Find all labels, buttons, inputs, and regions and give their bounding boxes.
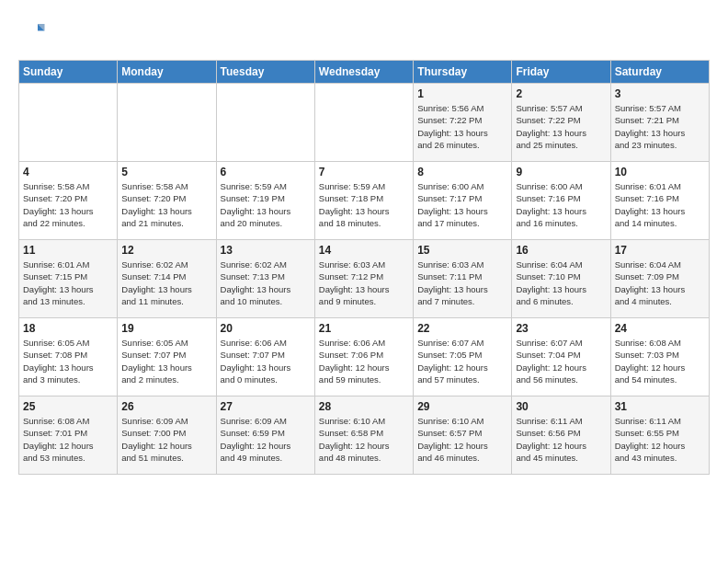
day-info: Sunrise: 6:01 AM Sunset: 7:15 PM Dayligh…	[23, 259, 113, 307]
day-number: 25	[23, 400, 113, 413]
header-wednesday: Wednesday	[314, 61, 413, 84]
logo-icon	[18, 18, 46, 46]
day-number: 27	[221, 400, 311, 413]
day-info: Sunrise: 6:08 AM Sunset: 7:01 PM Dayligh…	[23, 415, 113, 464]
calendar-cell: 10Sunrise: 6:01 AM Sunset: 7:16 PM Dayli…	[610, 162, 709, 240]
day-number: 7	[319, 166, 409, 178]
day-number: 12	[121, 244, 211, 257]
calendar-cell	[314, 84, 413, 162]
header-monday: Monday	[118, 61, 216, 84]
calendar-cell: 27Sunrise: 6:09 AM Sunset: 6:59 PM Dayli…	[216, 396, 314, 475]
day-number: 18	[23, 322, 113, 335]
header-thursday: Thursday	[414, 61, 512, 84]
calendar-cell: 12Sunrise: 6:02 AM Sunset: 7:14 PM Dayli…	[118, 240, 216, 318]
day-info: Sunrise: 6:11 AM Sunset: 6:56 PM Dayligh…	[516, 415, 606, 464]
calendar-cell: 11Sunrise: 6:01 AM Sunset: 7:15 PM Dayli…	[19, 240, 118, 318]
calendar-cell: 25Sunrise: 6:08 AM Sunset: 7:01 PM Dayli…	[19, 396, 118, 475]
calendar-cell: 24Sunrise: 6:08 AM Sunset: 7:03 PM Dayli…	[610, 318, 709, 396]
day-info: Sunrise: 6:09 AM Sunset: 7:00 PM Dayligh…	[121, 415, 211, 464]
day-number: 1	[417, 87, 507, 100]
week-row-2: 11Sunrise: 6:01 AM Sunset: 7:15 PM Dayli…	[19, 240, 710, 318]
day-info: Sunrise: 6:03 AM Sunset: 7:12 PM Dayligh…	[319, 259, 409, 307]
day-info: Sunrise: 5:58 AM Sunset: 7:20 PM Dayligh…	[121, 180, 211, 229]
day-info: Sunrise: 6:10 AM Sunset: 6:58 PM Dayligh…	[319, 415, 409, 464]
day-info: Sunrise: 6:08 AM Sunset: 7:03 PM Dayligh…	[615, 337, 705, 385]
calendar-cell: 9Sunrise: 6:00 AM Sunset: 7:16 PM Daylig…	[512, 162, 610, 240]
calendar-cell	[19, 84, 118, 162]
day-info: Sunrise: 6:00 AM Sunset: 7:16 PM Dayligh…	[516, 180, 606, 229]
day-info: Sunrise: 6:05 AM Sunset: 7:07 PM Dayligh…	[121, 337, 211, 385]
calendar-cell: 19Sunrise: 6:05 AM Sunset: 7:07 PM Dayli…	[118, 318, 216, 396]
day-info: Sunrise: 6:00 AM Sunset: 7:17 PM Dayligh…	[417, 180, 507, 229]
day-info: Sunrise: 5:57 AM Sunset: 7:22 PM Dayligh…	[516, 102, 606, 151]
day-info: Sunrise: 6:07 AM Sunset: 7:04 PM Dayligh…	[516, 337, 606, 385]
calendar-cell: 6Sunrise: 5:59 AM Sunset: 7:19 PM Daylig…	[216, 162, 314, 240]
calendar-cell: 18Sunrise: 6:05 AM Sunset: 7:08 PM Dayli…	[19, 318, 118, 396]
day-number: 22	[417, 322, 507, 335]
header-tuesday: Tuesday	[216, 61, 314, 84]
calendar-cell: 15Sunrise: 6:03 AM Sunset: 7:11 PM Dayli…	[414, 240, 512, 318]
day-number: 3	[615, 87, 705, 100]
day-number: 31	[615, 400, 705, 413]
calendar-header-row: SundayMondayTuesdayWednesdayThursdayFrid…	[19, 61, 710, 84]
day-number: 17	[615, 244, 705, 257]
calendar-cell: 23Sunrise: 6:07 AM Sunset: 7:04 PM Dayli…	[512, 318, 610, 396]
day-number: 14	[319, 244, 409, 257]
calendar-cell: 28Sunrise: 6:10 AM Sunset: 6:58 PM Dayli…	[314, 396, 413, 475]
day-number: 29	[417, 400, 507, 413]
calendar-cell: 26Sunrise: 6:09 AM Sunset: 7:00 PM Dayli…	[118, 396, 216, 475]
calendar-cell: 2Sunrise: 5:57 AM Sunset: 7:22 PM Daylig…	[512, 84, 610, 162]
day-info: Sunrise: 6:06 AM Sunset: 7:07 PM Dayligh…	[221, 337, 311, 385]
header-saturday: Saturday	[610, 61, 709, 84]
header-friday: Friday	[512, 61, 610, 84]
calendar-cell: 17Sunrise: 6:04 AM Sunset: 7:09 PM Dayli…	[610, 240, 709, 318]
week-row-0: 1Sunrise: 5:56 AM Sunset: 7:22 PM Daylig…	[19, 84, 710, 162]
day-number: 11	[23, 244, 113, 257]
day-number: 21	[319, 322, 409, 335]
day-number: 13	[221, 244, 311, 257]
calendar-cell: 13Sunrise: 6:02 AM Sunset: 7:13 PM Dayli…	[216, 240, 314, 318]
header	[18, 18, 710, 46]
day-number: 19	[121, 322, 211, 335]
page: SundayMondayTuesdayWednesdayThursdayFrid…	[0, 0, 728, 484]
day-info: Sunrise: 6:02 AM Sunset: 7:13 PM Dayligh…	[221, 259, 311, 307]
calendar-cell: 30Sunrise: 6:11 AM Sunset: 6:56 PM Dayli…	[512, 396, 610, 475]
week-row-1: 4Sunrise: 5:58 AM Sunset: 7:20 PM Daylig…	[19, 162, 710, 240]
day-info: Sunrise: 5:57 AM Sunset: 7:21 PM Dayligh…	[615, 102, 705, 151]
header-sunday: Sunday	[19, 61, 118, 84]
day-number: 16	[516, 244, 606, 257]
calendar-cell: 29Sunrise: 6:10 AM Sunset: 6:57 PM Dayli…	[414, 396, 512, 475]
calendar-cell: 7Sunrise: 5:59 AM Sunset: 7:18 PM Daylig…	[314, 162, 413, 240]
day-info: Sunrise: 6:10 AM Sunset: 6:57 PM Dayligh…	[417, 415, 507, 464]
day-info: Sunrise: 6:03 AM Sunset: 7:11 PM Dayligh…	[417, 259, 507, 307]
day-info: Sunrise: 6:01 AM Sunset: 7:16 PM Dayligh…	[615, 180, 705, 229]
day-info: Sunrise: 5:58 AM Sunset: 7:20 PM Dayligh…	[23, 180, 113, 229]
calendar-cell: 21Sunrise: 6:06 AM Sunset: 7:06 PM Dayli…	[314, 318, 413, 396]
day-number: 5	[121, 166, 211, 178]
day-info: Sunrise: 5:56 AM Sunset: 7:22 PM Dayligh…	[417, 102, 507, 151]
calendar-cell	[216, 84, 314, 162]
calendar-cell: 4Sunrise: 5:58 AM Sunset: 7:20 PM Daylig…	[19, 162, 118, 240]
day-number: 10	[615, 166, 705, 178]
day-info: Sunrise: 6:11 AM Sunset: 6:55 PM Dayligh…	[615, 415, 705, 464]
day-number: 8	[417, 166, 507, 178]
day-info: Sunrise: 6:09 AM Sunset: 6:59 PM Dayligh…	[221, 415, 311, 464]
logo	[18, 18, 50, 46]
day-number: 30	[516, 400, 606, 413]
day-number: 2	[516, 87, 606, 100]
day-number: 20	[221, 322, 311, 335]
day-number: 26	[121, 400, 211, 413]
day-number: 15	[417, 244, 507, 257]
calendar-cell	[118, 84, 216, 162]
day-number: 28	[319, 400, 409, 413]
calendar-cell: 31Sunrise: 6:11 AM Sunset: 6:55 PM Dayli…	[610, 396, 709, 475]
day-number: 24	[615, 322, 705, 335]
day-info: Sunrise: 6:06 AM Sunset: 7:06 PM Dayligh…	[319, 337, 409, 385]
day-info: Sunrise: 6:07 AM Sunset: 7:05 PM Dayligh…	[417, 337, 507, 385]
calendar-table: SundayMondayTuesdayWednesdayThursdayFrid…	[18, 60, 710, 475]
calendar-cell: 14Sunrise: 6:03 AM Sunset: 7:12 PM Dayli…	[314, 240, 413, 318]
week-row-3: 18Sunrise: 6:05 AM Sunset: 7:08 PM Dayli…	[19, 318, 710, 396]
day-info: Sunrise: 6:04 AM Sunset: 7:09 PM Dayligh…	[615, 259, 705, 307]
day-info: Sunrise: 6:04 AM Sunset: 7:10 PM Dayligh…	[516, 259, 606, 307]
day-number: 9	[516, 166, 606, 178]
